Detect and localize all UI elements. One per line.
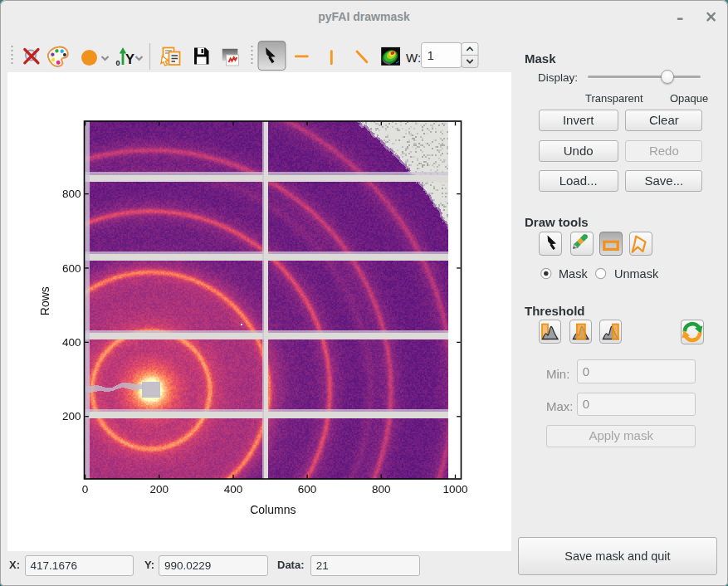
svg-text:1000: 1000 xyxy=(442,483,467,496)
svg-text:400: 400 xyxy=(62,336,81,349)
svg-text:400: 400 xyxy=(224,483,243,496)
svg-text:Rows: Rows xyxy=(38,286,51,315)
svg-text:0: 0 xyxy=(82,483,89,496)
svg-text:200: 200 xyxy=(150,483,169,496)
svg-text:200: 200 xyxy=(62,410,81,422)
svg-text:Columns: Columns xyxy=(250,503,296,516)
svg-text:600: 600 xyxy=(62,262,81,275)
svg-text:800: 800 xyxy=(372,483,391,496)
svg-text:600: 600 xyxy=(298,483,317,496)
svg-text:800: 800 xyxy=(62,188,81,200)
